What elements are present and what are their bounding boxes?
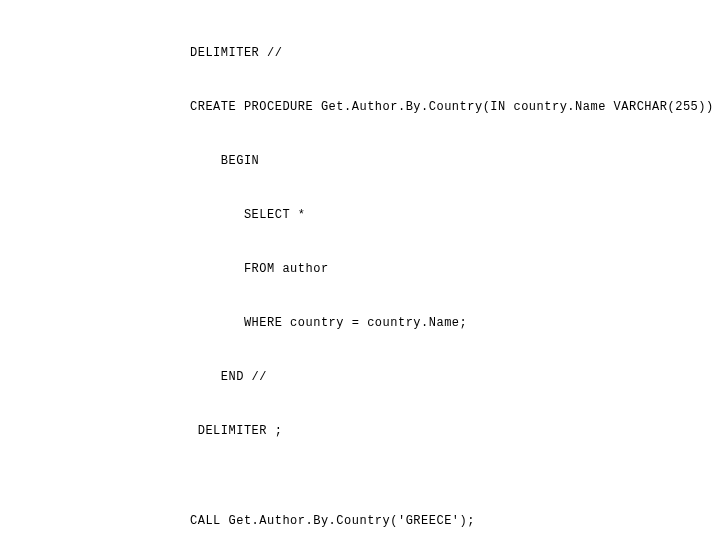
code-line: DELIMITER ; xyxy=(190,422,720,440)
sql-code-block: DELIMITER // CREATE PROCEDURE Get.Author… xyxy=(190,8,720,540)
code-line: CALL Get.Author.By.Country('GREECE'); xyxy=(190,512,720,530)
code-line: CREATE PROCEDURE Get.Author.By.Country(I… xyxy=(190,98,720,116)
code-line: WHERE country = country.Name; xyxy=(190,314,720,332)
code-line: BEGIN xyxy=(190,152,720,170)
code-line: SELECT * xyxy=(190,206,720,224)
code-line: FROM author xyxy=(190,260,720,278)
code-line: DELIMITER // xyxy=(190,44,720,62)
slide-page: DELIMITER // CREATE PROCEDURE Get.Author… xyxy=(0,0,720,540)
code-line: END // xyxy=(190,368,720,386)
